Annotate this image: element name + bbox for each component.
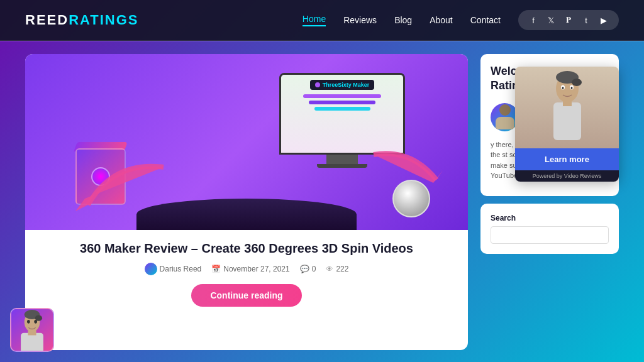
welcome-card: Welcome to Reed Ratings Darius Founder 🌐… (480, 54, 619, 196)
navigation: Home Reviews Blog About Contact f 𝕏 𝐏 t … (303, 10, 619, 30)
svg-rect-4 (563, 100, 572, 106)
svg-point-8 (570, 87, 572, 89)
pinterest-icon[interactable]: 𝐏 (562, 14, 575, 26)
video-popup-content (515, 67, 619, 148)
continue-reading-button[interactable]: Continue reading (191, 284, 301, 307)
video-popup: Learn more Powered by Video Reviews (515, 67, 619, 182)
article-body: 360 Maker Review – Create 360 Degrees 3D… (25, 230, 468, 317)
main-content-card: ThreeSixty Maker (25, 54, 468, 350)
learn-more-button[interactable]: Learn more (515, 148, 619, 170)
monitor-base (317, 164, 367, 168)
author-avatar (145, 263, 157, 275)
search-card: Search (480, 204, 619, 254)
monitor-screen: ThreeSixty Maker (279, 73, 405, 155)
view-count: 222 (336, 265, 348, 273)
header: ReedRatings Home Reviews Blog About Cont… (0, 0, 644, 41)
article-hero-image: ThreeSixty Maker (25, 54, 468, 230)
social-icons-group: f 𝕏 𝐏 t ▶ (518, 10, 619, 30)
meta-date: 📅 November 27, 2021 (211, 265, 289, 273)
person-head (499, 104, 511, 116)
facebook-icon[interactable]: f (527, 14, 540, 26)
article-meta: Darius Reed 📅 November 27, 2021 💬 0 👁 22… (38, 263, 455, 275)
logo[interactable]: ReedRatings (25, 12, 139, 28)
meta-comments: 💬 0 (300, 265, 316, 273)
box-front-face (75, 148, 126, 205)
svg-rect-14 (28, 331, 36, 336)
sidebar: Welcome to Reed Ratings Darius Founder 🌐… (480, 54, 619, 350)
display-platform (136, 199, 357, 230)
tumblr-icon[interactable]: t (580, 14, 592, 26)
nav-contact[interactable]: Contact (470, 15, 501, 25)
person-body (496, 117, 514, 129)
person-svg (542, 70, 592, 145)
monitor-brand-label: ThreeSixty Maker (310, 80, 375, 90)
svg-point-7 (562, 87, 564, 89)
nav-reviews[interactable]: Reviews (343, 15, 377, 25)
video-popup-footer: Powered by Video Reviews (515, 170, 619, 182)
search-input[interactable] (491, 226, 609, 244)
youtube-icon[interactable]: ▶ (597, 14, 610, 26)
brand-dot (315, 82, 320, 87)
comment-icon: 💬 (300, 265, 309, 273)
product-box (75, 142, 138, 211)
floating-avatar-person (11, 309, 53, 351)
calendar-icon: 📅 (211, 265, 221, 273)
monitor-screen-content: ThreeSixty Maker (281, 75, 403, 153)
views-icon: 👁 (326, 265, 333, 273)
svg-rect-3 (553, 102, 581, 140)
article-title: 360 Maker Review – Create 360 Degrees 3D… (38, 240, 455, 256)
article-image-inner: ThreeSixty Maker (25, 54, 468, 230)
main-layout: ThreeSixty Maker (0, 41, 644, 362)
svg-point-16 (34, 320, 37, 324)
svg-point-15 (27, 320, 30, 324)
nav-about[interactable]: About (430, 15, 453, 25)
twitter-icon[interactable]: 𝕏 (545, 14, 557, 26)
nav-home[interactable]: Home (303, 14, 326, 26)
monitor-display: ThreeSixty Maker (279, 73, 405, 167)
logo-accent: Ratings (69, 12, 138, 28)
monitor-bar-1 (303, 94, 382, 98)
monitor-stand (326, 155, 358, 164)
nav-blog[interactable]: Blog (394, 15, 412, 25)
search-label: Search (491, 214, 609, 222)
camera-sphere (392, 180, 430, 217)
svg-rect-13 (21, 333, 43, 351)
author-name: Darius Reed (160, 265, 202, 273)
floating-person-svg (10, 309, 54, 351)
meta-author: Darius Reed (145, 263, 202, 275)
floating-avatar[interactable] (10, 308, 54, 352)
meta-views: 👁 222 (326, 265, 348, 273)
svg-point-2 (572, 79, 582, 86)
comment-count: 0 (312, 265, 316, 273)
box-logo-circle (91, 167, 110, 186)
video-person-preview (515, 67, 619, 148)
monitor-bar-3 (314, 107, 370, 111)
monitor-bar-2 (309, 101, 376, 104)
publish-date: November 27, 2021 (223, 265, 289, 273)
